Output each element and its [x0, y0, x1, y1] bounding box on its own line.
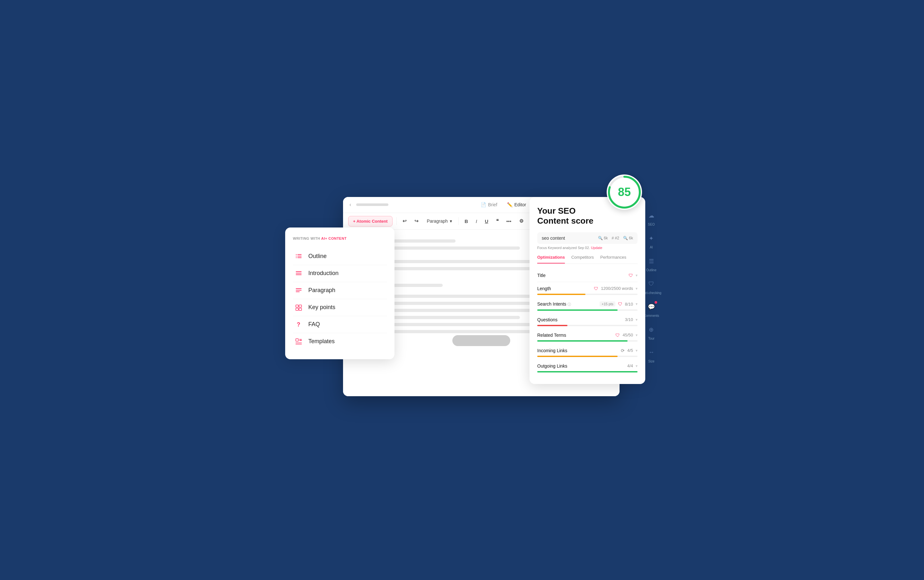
comments-label: Comments [644, 314, 659, 318]
size-icon: ↔ [645, 347, 657, 358]
tab-optimizations[interactable]: Optimizations [537, 255, 565, 264]
sidebar-item-ai[interactable]: ✦ AI [645, 232, 657, 249]
more-button[interactable]: ••• [505, 217, 513, 225]
keyword-text: seo content [542, 236, 594, 241]
keypoints-menu-item[interactable]: Key points [293, 299, 387, 316]
svg-text:+: + [300, 338, 302, 342]
svg-rect-10 [296, 274, 302, 275]
length-bar [537, 294, 586, 295]
keypoints-label: Key points [309, 304, 335, 311]
scene: 85 ‹ 📄 Brief ✏️ Editor + Atomic Content [285, 178, 639, 403]
ai-header: WRITING WITH AI+ CONTENT [293, 237, 387, 241]
score-circle: 85 [607, 175, 642, 210]
outline-sidebar-icon: ☰ [645, 255, 657, 267]
title-label: Title [537, 273, 626, 278]
length-value: 1200/2500 words [601, 286, 633, 291]
search-value: 8/10 [625, 302, 633, 306]
incoming-bar [537, 356, 618, 357]
tab-editor[interactable]: ✏️ Editor [507, 202, 526, 207]
sidebar-item-seo[interactable]: ☁ SEO [645, 210, 657, 226]
svg-rect-5 [297, 256, 302, 256]
score-value: 85 [618, 185, 631, 199]
related-value: 45/50 [622, 333, 633, 338]
undo-button[interactable]: ↩ [401, 217, 409, 225]
title-shield-icon: 🛡 [629, 273, 633, 278]
ai-sidebar: WRITING WITH AI+ CONTENT Outline [285, 227, 394, 359]
outgoing-chevron-icon: ▾ [635, 364, 637, 368]
svg-rect-16 [296, 308, 299, 310]
update-link[interactable]: Update [591, 246, 602, 250]
faq-menu-item[interactable]: ? FAQ [293, 316, 387, 333]
search-shield-icon: 🛡 [618, 302, 622, 306]
svg-rect-6 [296, 257, 297, 258]
back-button[interactable]: ‹ [350, 202, 351, 208]
outline-menu-item[interactable]: Outline [293, 248, 387, 265]
sidebar-item-size[interactable]: ↔ Size [645, 347, 657, 363]
svg-rect-17 [299, 308, 302, 310]
focus-keyword-label: Focus Keyword analyzed Sep 02. Update [537, 246, 637, 250]
questions-label: Questions [537, 317, 622, 322]
paragraph-select[interactable]: Paragraph ▾ [424, 217, 455, 225]
editor-icon: ✏️ [507, 202, 513, 207]
questions-chevron-icon: ▾ [635, 318, 637, 322]
search-intents-label: Search Intents ⓘ [537, 302, 597, 307]
quote-button[interactable]: ❝ [494, 217, 501, 225]
sidebar-item-comments[interactable]: 💬 Comments [644, 301, 659, 318]
introduction-label: Introduction [309, 270, 338, 277]
incoming-value: 4/5 [627, 348, 633, 353]
svg-rect-11 [296, 288, 302, 289]
questions-value: 3/10 [625, 317, 633, 322]
tab-competitors[interactable]: Competitors [571, 255, 594, 264]
outgoing-bar [537, 371, 637, 372]
svg-rect-9 [296, 273, 302, 274]
svg-rect-8 [296, 271, 302, 272]
length-chevron-icon: ▾ [635, 286, 637, 291]
sidebar-item-outline[interactable]: ☰ Outline [645, 255, 657, 272]
related-progress [537, 340, 637, 341]
rank-stat: # #2 [612, 236, 619, 241]
settings-button[interactable]: ⚙ [517, 217, 525, 225]
svg-rect-19 [296, 339, 299, 341]
outgoing-links-label: Outgoing Links [537, 363, 625, 369]
faq-label: FAQ [309, 321, 320, 328]
toolbar-divider-2 [459, 217, 459, 225]
volume-stat: 🔍 6k [598, 236, 608, 241]
outgoing-value: 4/4 [627, 363, 633, 368]
toolbar-divider-1 [396, 217, 397, 225]
seo-row-title: Title 🛡 ▾ [537, 269, 637, 282]
tab-performances[interactable]: Performances [600, 255, 626, 264]
related-chevron-icon: ▾ [635, 333, 637, 338]
incoming-chevron-icon: ▾ [635, 348, 637, 353]
seo-row-incoming-links: Incoming Links ⟳ 4/5 ▾ [537, 344, 637, 357]
paragraph-chevron-icon: ▾ [450, 219, 452, 224]
bold-button[interactable]: B [463, 217, 470, 225]
search-stat: 🔍 6k [623, 236, 633, 241]
sidebar-item-tour[interactable]: ⊕ Tour [645, 324, 657, 340]
italic-button[interactable]: I [474, 217, 479, 225]
templates-menu-item[interactable]: + Templates [293, 333, 387, 350]
keypoints-icon [294, 304, 303, 311]
redo-button[interactable]: ↪ [412, 217, 421, 225]
seo-tabs: Optimizations Competitors Performances [537, 255, 637, 264]
keyword-row: seo content 🔍 6k # #2 🔍 6k [537, 232, 637, 244]
svg-rect-4 [296, 256, 297, 256]
fact-checking-icon: 🛡 [645, 278, 657, 290]
link-icon: ⟳ [621, 348, 625, 353]
seo-panel: Your SEOContent score seo content 🔍 6k #… [530, 197, 645, 384]
svg-rect-14 [296, 305, 299, 307]
underline-button[interactable]: U [483, 217, 490, 225]
introduction-icon [294, 270, 303, 277]
tab-brief[interactable]: 📄 Brief [481, 202, 497, 207]
atomic-content-button[interactable]: + Atomic Content [348, 216, 393, 227]
seo-row-related-terms: Related Terms 🛡 45/50 ▾ [537, 329, 637, 341]
outgoing-progress [537, 371, 637, 372]
paragraph-menu-item[interactable]: Paragraph [293, 282, 387, 299]
ai-icon-label: AI [650, 246, 653, 249]
search-bar [537, 310, 618, 311]
svg-rect-13 [296, 292, 300, 292]
svg-rect-2 [296, 254, 297, 255]
paragraph-icon [294, 287, 303, 294]
search-progress [537, 310, 637, 311]
introduction-menu-item[interactable]: Introduction [293, 265, 387, 282]
related-shield-icon: 🛡 [615, 333, 620, 338]
